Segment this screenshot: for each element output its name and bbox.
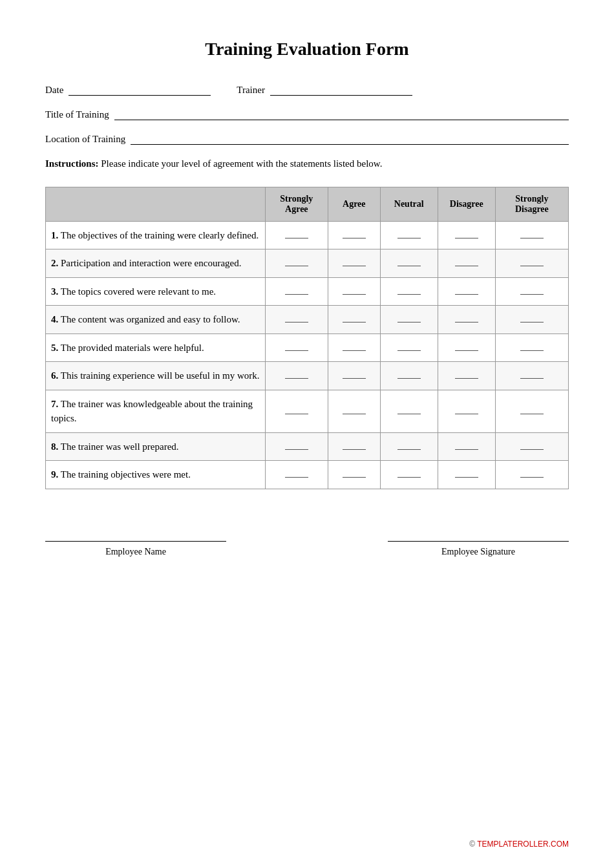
- answer-cell[interactable]: [328, 461, 380, 489]
- answer-blank: [520, 378, 544, 379]
- answer-blank: [285, 477, 308, 478]
- answer-blank: [285, 350, 308, 351]
- answer-cell[interactable]: [495, 390, 568, 432]
- statement-cell: 3. The topics covered were relevant to m…: [46, 277, 266, 306]
- answer-cell[interactable]: [265, 249, 328, 278]
- answer-blank: [455, 322, 478, 323]
- answer-blank: [520, 238, 544, 238]
- answer-cell[interactable]: [495, 461, 568, 489]
- statement-cell: 8. The trainer was well prepared.: [46, 432, 266, 461]
- answer-blank: [285, 378, 308, 379]
- employee-name-label: Employee Name: [105, 547, 166, 557]
- answer-cell[interactable]: [328, 432, 380, 461]
- answer-blank: [455, 266, 478, 266]
- answer-cell[interactable]: [438, 390, 495, 432]
- answer-cell[interactable]: [380, 306, 438, 334]
- answer-cell[interactable]: [438, 306, 495, 334]
- page: Training Evaluation Form Date Trainer Ti…: [0, 0, 614, 868]
- answer-cell[interactable]: [438, 432, 495, 461]
- answer-blank: [343, 449, 366, 450]
- answer-cell[interactable]: [328, 249, 380, 278]
- answer-blank: [455, 294, 478, 295]
- answer-cell[interactable]: [495, 362, 568, 390]
- table-row: 5. The provided materials were helpful.: [46, 333, 569, 362]
- instructions-body: Please indicate your level of agreement …: [101, 158, 382, 169]
- statement-cell: 4. The content was organized and easy to…: [46, 306, 266, 334]
- answer-cell[interactable]: [438, 362, 495, 390]
- answer-cell[interactable]: [495, 333, 568, 362]
- answer-cell[interactable]: [328, 277, 380, 306]
- instructions-bold: Instructions:: [45, 158, 99, 169]
- answer-blank: [343, 322, 366, 323]
- answer-cell[interactable]: [328, 306, 380, 334]
- location-input[interactable]: [131, 132, 569, 145]
- answer-cell[interactable]: [265, 461, 328, 489]
- answer-blank: [343, 350, 366, 351]
- answer-cell[interactable]: [328, 390, 380, 432]
- col-header-agree: Agree: [328, 187, 380, 221]
- answer-cell[interactable]: [495, 432, 568, 461]
- answer-blank: [455, 449, 478, 450]
- employee-signature-label: Employee Signature: [441, 547, 515, 557]
- answer-cell[interactable]: [265, 390, 328, 432]
- answer-cell[interactable]: [380, 390, 438, 432]
- answer-cell[interactable]: [495, 306, 568, 334]
- answer-cell[interactable]: [328, 333, 380, 362]
- answer-blank: [520, 322, 544, 323]
- answer-cell[interactable]: [380, 221, 438, 249]
- footer: © TEMPLATEROLLER.COM: [469, 840, 569, 849]
- answer-cell[interactable]: [380, 461, 438, 489]
- answer-cell[interactable]: [495, 221, 568, 249]
- answer-cell[interactable]: [265, 333, 328, 362]
- signature-section: Employee Name Employee Signature: [45, 541, 569, 557]
- answer-cell[interactable]: [265, 362, 328, 390]
- answer-cell[interactable]: [265, 277, 328, 306]
- answer-cell[interactable]: [495, 277, 568, 306]
- statement-cell: 1. The objectives of the training were c…: [46, 221, 266, 249]
- answer-cell[interactable]: [495, 249, 568, 278]
- table-row: 9. The training objectives were met.: [46, 461, 569, 489]
- answer-cell[interactable]: [380, 432, 438, 461]
- answer-cell[interactable]: [438, 221, 495, 249]
- table-row: 7. The trainer was knowledgeable about t…: [46, 390, 569, 432]
- answer-cell[interactable]: [265, 432, 328, 461]
- col-header-neutral: Neutral: [380, 187, 438, 221]
- title-training-input[interactable]: [114, 107, 569, 120]
- answer-cell[interactable]: [438, 249, 495, 278]
- answer-cell[interactable]: [380, 362, 438, 390]
- answer-blank: [455, 350, 478, 351]
- date-input[interactable]: [69, 83, 211, 96]
- answer-blank: [343, 378, 366, 379]
- answer-blank: [455, 238, 478, 238]
- statement-cell: 5. The provided materials were helpful.: [46, 333, 266, 362]
- answer-blank: [397, 266, 421, 266]
- answer-blank: [397, 449, 421, 450]
- answer-blank: [397, 477, 421, 478]
- answer-cell[interactable]: [380, 333, 438, 362]
- answer-cell[interactable]: [380, 277, 438, 306]
- trainer-input[interactable]: [270, 83, 412, 96]
- table-row: 6. This training experience will be usef…: [46, 362, 569, 390]
- answer-cell[interactable]: [438, 333, 495, 362]
- statement-cell: 6. This training experience will be usef…: [46, 362, 266, 390]
- footer-link[interactable]: TEMPLATEROLLER.COM: [477, 840, 569, 849]
- statement-cell: 9. The training objectives were met.: [46, 461, 266, 489]
- answer-cell[interactable]: [265, 221, 328, 249]
- answer-cell[interactable]: [380, 249, 438, 278]
- answer-cell[interactable]: [438, 277, 495, 306]
- table-row: 3. The topics covered were relevant to m…: [46, 277, 569, 306]
- employee-name-block: Employee Name: [45, 541, 226, 557]
- answer-blank: [397, 414, 421, 414]
- statement-cell: 2. Participation and interaction were en…: [46, 249, 266, 278]
- answer-blank: [343, 414, 366, 414]
- answer-cell[interactable]: [438, 461, 495, 489]
- answer-blank: [285, 449, 308, 450]
- answer-blank: [520, 294, 544, 295]
- table-row: 1. The objectives of the training were c…: [46, 221, 569, 249]
- answer-blank: [343, 238, 366, 238]
- location-row: Location of Training: [45, 132, 569, 145]
- answer-cell[interactable]: [265, 306, 328, 334]
- instructions-text: Instructions: Please indicate your level…: [45, 156, 569, 171]
- answer-cell[interactable]: [328, 221, 380, 249]
- answer-cell[interactable]: [328, 362, 380, 390]
